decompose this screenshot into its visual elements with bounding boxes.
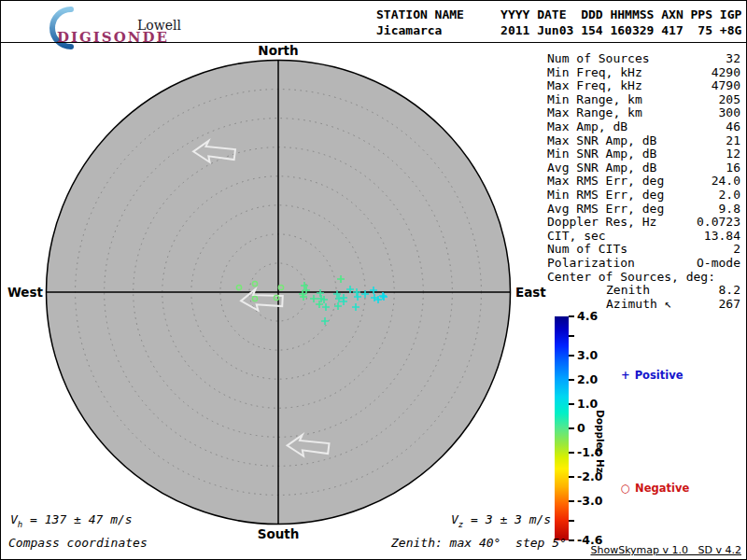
vertical-velocity-readout: Vz = 3 ± 3 m/s — [451, 512, 551, 529]
parameter-row: Min Range, km205 — [547, 93, 740, 107]
colorbar-tick — [569, 500, 574, 502]
parameter-label: Min Range, km — [547, 93, 642, 107]
parameter-row: Max SNR Amp, dB21 — [547, 134, 740, 148]
station-header-values: Jicamarca 2011 Jun03 154 160329 417 75 +… — [376, 22, 741, 38]
colorbar-tick — [569, 520, 574, 522]
colorbar-tick-label: -3.0 — [577, 494, 602, 508]
parameter-value: 267 — [671, 298, 740, 312]
parameter-value: 0.0723 — [656, 216, 740, 230]
parameter-value: 9.8 — [664, 203, 740, 217]
parameter-value: 32 — [650, 52, 740, 66]
horizontal-velocity-readout: Vh = 137 ± 47 m/s — [10, 512, 133, 529]
parameter-row: Avg RMS Err, deg9.8 — [547, 203, 740, 217]
parameter-label: Max Freq, kHz — [547, 79, 642, 93]
parameter-label: Avg RMS Err, deg — [547, 203, 664, 217]
parameter-list: Num of Sources32Min Freq, kHz4290Max Fre… — [547, 52, 740, 311]
parameter-value: 13.84 — [606, 230, 740, 244]
parameter-row: Center of Sources, deg: — [547, 271, 740, 285]
colorbar-tick-label: 1.0 — [577, 397, 598, 411]
compass-label-north: North — [250, 43, 306, 58]
colorbar-tick — [569, 335, 574, 337]
parameter-row: Max Freq, kHz4790 — [547, 79, 740, 93]
logo-digisonde-text: DIGISONDE — [57, 29, 169, 46]
parameter-value: 12 — [656, 147, 740, 161]
parameter-label: Avg SNR Amp, dB — [547, 161, 656, 175]
parameter-row: Avg SNR Amp, dB16 — [547, 161, 740, 175]
parameter-label: Min SNR Amp, dB — [547, 147, 656, 161]
compass-label-south: South — [250, 526, 306, 541]
parameter-label: Max Range, km — [547, 106, 642, 120]
coordinates-note: Compass coordinates — [8, 536, 148, 550]
parameter-value: 21 — [656, 134, 740, 148]
showskymap-window: Lowell DIGISONDE STATION NAME YYYY DATE … — [0, 0, 747, 560]
colorbar-tick — [569, 476, 574, 478]
colorbar-tick — [569, 355, 574, 357]
colorbar-tick — [569, 379, 574, 381]
parameter-label: Max RMS Err, deg — [547, 175, 664, 189]
parameter-row: Max RMS Err, deg24.0 — [547, 175, 740, 189]
parameter-value: 2.0 — [664, 189, 740, 203]
colorbar-tick — [569, 452, 574, 454]
parameter-row: PolarizationO-mode — [547, 257, 740, 271]
circle-icon: ○ — [621, 482, 630, 495]
parameter-value: 2 — [627, 243, 740, 257]
parameter-value: 46 — [627, 120, 740, 134]
parameter-label: Num of Sources — [547, 52, 650, 66]
version-label: ShowSkymap v 1.0 SD v 4.2 — [590, 544, 741, 556]
parameter-row: Min SNR Amp, dB12 — [547, 147, 740, 161]
colorbar-tick-label: 2.0 — [577, 372, 598, 386]
colorbar-tick-label: 0 — [577, 421, 585, 435]
parameter-label: Max Amp, dB — [547, 120, 627, 134]
colorbar-tick — [569, 539, 574, 541]
parameter-value: 16 — [656, 161, 740, 175]
parameter-row: Min RMS Err, deg2.0 — [547, 189, 740, 203]
colorbar-tick — [569, 403, 574, 405]
zenith-range-note: Zenith: max 40° step 5° — [391, 536, 567, 550]
header-divider — [1, 42, 747, 43]
parameter-row: CIT, sec13.84 — [547, 230, 740, 244]
parameter-value — [715, 271, 740, 285]
lowell-digisonde-logo: Lowell DIGISONDE — [36, 3, 233, 42]
parameter-row: Num of Sources32 — [547, 52, 740, 66]
parameter-value: 4290 — [642, 66, 740, 80]
legend-negative-label: Negative — [635, 482, 689, 495]
parameter-label: CIT, sec — [547, 230, 606, 244]
parameter-value: O-mode — [635, 257, 740, 271]
parameter-value: 8.2 — [650, 284, 740, 298]
parameter-label: Center of Sources, deg: — [547, 271, 715, 285]
parameter-label: Num of CITs — [547, 243, 627, 257]
parameter-row: Doppler Res, Hz0.0723 — [547, 216, 740, 230]
parameter-label: Polarization — [547, 257, 635, 271]
parameter-row: Max Amp, dB46 — [547, 120, 740, 134]
colorbar-tick — [569, 427, 574, 429]
station-header-labels: STATION NAME YYYY DATE DDD HHMMSS AXN PP… — [376, 7, 741, 22]
plus-icon: + — [621, 369, 630, 382]
parameter-label: Doppler Res, Hz — [547, 216, 656, 230]
legend-positive: +Positive — [621, 369, 684, 382]
skymap-plot — [45, 59, 512, 525]
parameter-row: Min Freq, kHz4290 — [547, 66, 740, 80]
parameter-label: Max SNR Amp, dB — [547, 134, 656, 148]
colorbar-title: Doppler, Hz — [595, 410, 606, 473]
parameter-row: Max Range, km300 — [547, 106, 740, 120]
parameter-label: Azimuth ↖ — [606, 298, 671, 312]
parameter-label: Min RMS Err, deg — [547, 189, 664, 203]
legend-negative: ○Negative — [621, 482, 689, 495]
colorbar-tick-label: 3.0 — [577, 348, 598, 362]
compass-label-west: West — [5, 285, 43, 300]
colorbar-tick — [569, 315, 574, 317]
parameter-value: 205 — [642, 93, 740, 107]
colorbar-tick-label: 4.6 — [577, 309, 598, 323]
parameter-value: 4790 — [642, 79, 740, 93]
doppler-colorbar — [555, 316, 569, 540]
parameter-label: Min Freq, kHz — [547, 66, 642, 80]
parameter-value: 24.0 — [664, 175, 740, 189]
parameter-label: Zenith — [606, 284, 650, 298]
legend-positive-label: Positive — [635, 369, 684, 382]
parameter-row: Num of CITs2 — [547, 243, 740, 257]
parameter-row: Zenith8.2 — [547, 284, 740, 298]
parameter-value: 300 — [642, 106, 740, 120]
